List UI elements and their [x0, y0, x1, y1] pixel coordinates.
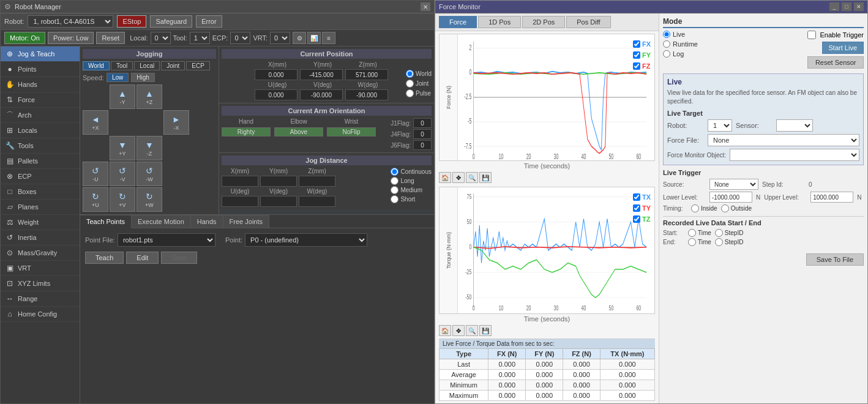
point-select[interactable]: P0 - (undefined)	[245, 233, 367, 247]
safeguard-button[interactable]: Safeguard	[150, 15, 192, 28]
jog-minus-w-button[interactable]: ↺ -W	[137, 162, 162, 186]
torque-home-button[interactable]: 🏠	[439, 325, 451, 336]
ecp-select[interactable]: 0	[230, 32, 250, 44]
jog-tab-tool[interactable]: Tool	[111, 61, 133, 70]
sidebar-item-force[interactable]: ⇅ Force	[1, 92, 80, 108]
reset-sensor-button[interactable]: Reset Sensor	[807, 56, 864, 69]
jog-tab-ecp[interactable]: ECP	[186, 61, 210, 70]
save-to-file-button[interactable]: Save To File	[806, 253, 864, 266]
jog-plus-u-button[interactable]: ↻ +U	[83, 187, 108, 212]
w-input[interactable]	[345, 89, 388, 100]
fx-checkbox[interactable]	[633, 40, 640, 48]
tz-legend-item[interactable]: TZ	[633, 215, 651, 223]
end-stepid-item[interactable]: StepID	[715, 238, 744, 246]
outside-radio[interactable]	[721, 204, 729, 212]
enable-trigger-label[interactable]: Enable Trigger	[820, 31, 864, 39]
jog-plus-z-button[interactable]: ▲ +Z	[137, 84, 162, 109]
start-stepid-radio[interactable]	[715, 229, 723, 237]
tx-checkbox[interactable]	[633, 193, 640, 201]
edit-button[interactable]: Edit	[126, 252, 159, 264]
joint-radio[interactable]	[406, 80, 414, 88]
sidebar-item-vrt[interactable]: ▣ VRT	[1, 261, 80, 276]
fz-legend-item[interactable]: FZ	[633, 62, 651, 70]
jog-minus-u-button[interactable]: ↺ -U	[83, 162, 108, 186]
robot-field-select[interactable]: 1	[708, 119, 732, 132]
medium-radio-item[interactable]: Medium	[391, 186, 432, 194]
inside-radio[interactable]	[691, 204, 699, 212]
jog-tab-local[interactable]: Local	[134, 61, 160, 70]
sidebar-item-hands[interactable]: ✋ Hands	[1, 77, 80, 92]
fy-checkbox[interactable]	[633, 51, 640, 59]
medium-radio[interactable]	[391, 186, 398, 194]
fz-checkbox[interactable]	[633, 62, 640, 70]
sidebar-item-boxes[interactable]: □ Boxes	[1, 184, 80, 200]
j4flag-input[interactable]	[413, 129, 432, 139]
close-button[interactable]: ✕	[421, 2, 430, 11]
outside-timing-item[interactable]: Outside	[721, 204, 752, 212]
vrt-select[interactable]: 0	[270, 32, 290, 44]
j1flag-input[interactable]	[413, 118, 432, 128]
point-file-select[interactable]: robot1.pts	[118, 233, 215, 247]
force-zoom-button[interactable]: 🔍	[466, 172, 478, 183]
reset-button[interactable]: Reset	[96, 32, 125, 44]
fm-tab-force[interactable]: Force	[439, 16, 477, 28]
pulse-radio-item[interactable]: Pulse	[406, 89, 432, 97]
jog-plus-w-button[interactable]: ↻ +W	[137, 187, 162, 212]
tool-select[interactable]: 1	[190, 32, 210, 44]
continuous-radio[interactable]	[391, 168, 398, 176]
sidebar-item-points[interactable]: ● Points	[1, 62, 80, 77]
sidebar-item-planes[interactable]: ▱ Planes	[1, 200, 80, 215]
icon-btn-3[interactable]: ≡	[322, 32, 335, 44]
j6flag-input[interactable]	[413, 140, 432, 150]
tz-checkbox[interactable]	[633, 215, 640, 223]
fm-tab-2d-pos[interactable]: 2D Pos	[522, 16, 565, 28]
error-button[interactable]: Error	[196, 15, 222, 28]
start-live-button[interactable]: Start Live	[822, 42, 864, 54]
short-radio-item[interactable]: Short	[391, 195, 432, 203]
inside-timing-item[interactable]: Inside	[691, 204, 717, 212]
sidebar-item-arch[interactable]: ⌒ Arch	[1, 108, 80, 123]
jog-minus-z-button[interactable]: ▼ -Z	[137, 136, 162, 160]
sidebar-item-home-config[interactable]: ⌂ Home Config	[1, 307, 80, 322]
short-radio[interactable]	[391, 195, 398, 203]
icon-btn-2[interactable]: 📊	[307, 32, 321, 44]
world-radio[interactable]	[406, 70, 414, 78]
jog-plus-y-button[interactable]: ▼ +Y	[110, 136, 135, 160]
world-radio-item[interactable]: World	[406, 70, 432, 78]
pulse-radio[interactable]	[406, 89, 414, 97]
runtime-radio[interactable]	[663, 40, 670, 48]
upper-level-input[interactable]	[810, 192, 853, 203]
hand-value-button[interactable]: Righty	[222, 127, 271, 137]
v-input[interactable]	[300, 89, 343, 100]
sidebar-item-inertia[interactable]: ↺ Inertia	[1, 230, 80, 245]
jog-minus-x-button[interactable]: ► -X	[163, 110, 189, 135]
force-file-select[interactable]: None	[708, 134, 859, 146]
end-time-radio[interactable]	[688, 238, 696, 246]
jd-w-input[interactable]	[299, 196, 335, 207]
sidebar-item-weight[interactable]: ⚖ Weight	[1, 215, 80, 230]
jog-plus-v-button[interactable]: ↻ +V	[110, 187, 135, 212]
sidebar-item-pallets[interactable]: ▤ Pallets	[1, 154, 80, 169]
jog-plus-x-button[interactable]: ◄ +X	[83, 110, 108, 135]
y-input[interactable]	[300, 69, 343, 80]
long-radio-item[interactable]: Long	[391, 177, 432, 185]
fm-tab-pos-diff[interactable]: Pos Diff	[566, 16, 610, 28]
torque-save-button[interactable]: 💾	[479, 325, 492, 336]
start-time-item[interactable]: Time	[688, 229, 711, 237]
fm-maximize-button[interactable]: □	[842, 2, 851, 11]
sidebar-item-jog-teach[interactable]: ⊕ Jog & Teach	[1, 47, 80, 62]
ty-legend-item[interactable]: TY	[633, 204, 651, 212]
teach-button[interactable]: Teach	[85, 252, 124, 264]
sensor-field-select[interactable]	[776, 119, 813, 132]
icon-btn-1[interactable]: ⚙	[293, 32, 306, 44]
motor-on-button[interactable]: Motor: On	[4, 32, 45, 44]
power-button[interactable]: Power: Low	[48, 32, 94, 44]
elbow-value-button[interactable]: Above	[274, 127, 323, 137]
jd-z-input[interactable]	[299, 176, 335, 187]
fm-tab-1d-pos[interactable]: 1D Pos	[478, 16, 521, 28]
torque-zoom-button[interactable]: 🔍	[466, 325, 478, 336]
long-radio[interactable]	[391, 177, 398, 185]
lower-level-input[interactable]	[709, 192, 752, 203]
force-home-button[interactable]: 🏠	[439, 172, 451, 183]
sidebar-item-ecp[interactable]: ⊗ ECP	[1, 169, 80, 184]
